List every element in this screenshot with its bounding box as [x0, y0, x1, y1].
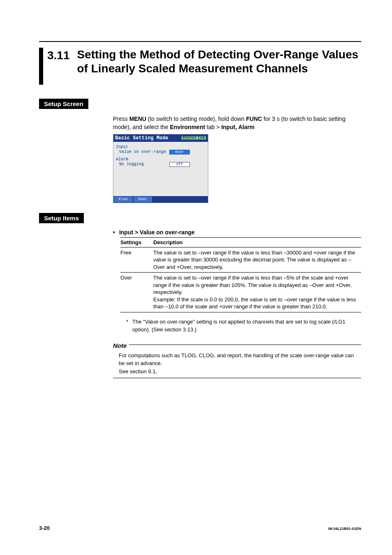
section-title: Setting the Method of Detecting Over-Ran… [77, 48, 362, 75]
input-value-subheading: Input > Value on over-range [119, 229, 195, 236]
note-body: For computations such as TLOG, CLOG, and… [113, 352, 361, 379]
page-footer: 3-20 IM 04L21B01-01EN [39, 525, 361, 531]
desc-free: The value is set to –over range if the v… [153, 247, 361, 273]
heading-bar [39, 48, 43, 85]
top-rule [39, 41, 361, 42]
free-button: Free [114, 197, 133, 202]
setting-over: Over [120, 273, 153, 312]
value-on-over-range-label: Value on over-range [116, 150, 169, 154]
no-logging-value: Off [169, 162, 190, 167]
footnote: * The "Value on over-range" setting is n… [126, 318, 361, 334]
basic-setting-mode-screenshot: Basic Setting Mode Ethernet Link Input V… [113, 134, 208, 203]
section-heading: 3.11 Setting the Method of Detecting Ove… [39, 48, 361, 85]
th-settings: Settings [120, 237, 153, 247]
setup-screen-label: Setup Screen [39, 99, 88, 109]
setting-free: Free [120, 247, 153, 273]
note-rule [129, 345, 361, 345]
screenshot-footer: Free Over [113, 196, 208, 203]
screenshot-titlebar: Basic Setting Mode Ethernet Link [113, 134, 208, 142]
footnote-text: The "Value on over-range" setting is not… [132, 318, 361, 334]
input-group-label: Input [116, 145, 128, 149]
footnote-mark: * [126, 318, 128, 334]
settings-table: Settings Description Free The value is s… [120, 237, 361, 312]
section-number: 3.11 [47, 48, 70, 62]
over-button: Over [134, 197, 152, 202]
setup-items-label: Setup Items [39, 213, 84, 223]
instruction-text: Press MENU (to switch to setting mode), … [113, 115, 361, 132]
desc-over: The value is set to –over range if the v… [153, 273, 361, 312]
value-on-over-range-value: Over [169, 150, 190, 155]
table-row: Over The value is set to –over range if … [120, 273, 361, 312]
alarm-group-label: Alarm [116, 157, 128, 162]
no-logging-label: No logging [116, 162, 169, 166]
ethernet-link-badge: Ethernet Link [181, 136, 206, 140]
document-id: IM 04L21B01-01EN [328, 527, 361, 531]
bullet-icon: • [113, 229, 115, 236]
th-description: Description [153, 237, 361, 247]
page-number: 3-20 [39, 525, 50, 531]
table-row: Free The value is set to –over range if … [120, 247, 361, 273]
screenshot-title: Basic Setting Mode [115, 135, 168, 141]
note-heading: Note [113, 342, 127, 349]
